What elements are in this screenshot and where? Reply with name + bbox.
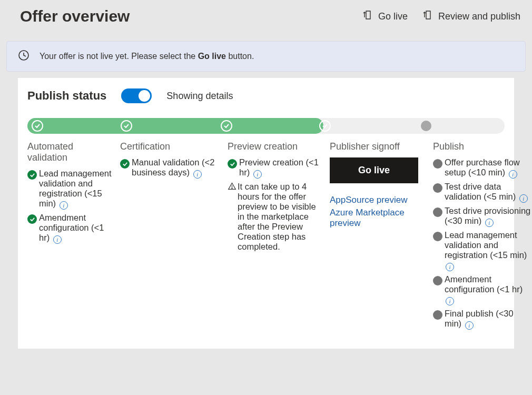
stage-marker-5 — [421, 121, 431, 131]
notice-after: button. — [226, 52, 254, 61]
notice-before: Your offer is not live yet. Please selec… — [40, 52, 198, 61]
info-icon[interactable]: i — [60, 201, 68, 210]
publish-icon — [422, 10, 433, 23]
stage-step: Lead management validation and registrat… — [433, 230, 531, 271]
progress-fill — [27, 118, 323, 134]
status-title: Publish status — [27, 89, 106, 103]
pending-dot-icon — [433, 208, 442, 217]
stage-marker-2 — [121, 120, 132, 132]
step-label: Amendment configuration (<1 hr) — [445, 274, 523, 294]
stage-step: Lead management validation and registrat… — [27, 169, 112, 210]
stage-publish: Publish Offer purchase flow setup (<10 m… — [433, 141, 531, 333]
details-toggle[interactable] — [121, 88, 152, 103]
check-icon — [121, 120, 132, 132]
header-actions: Go live Review and publish — [362, 10, 520, 23]
info-icon[interactable]: i — [485, 219, 494, 227]
info-icon[interactable]: i — [519, 194, 528, 203]
step-label: Test drive data validation (<5 min) — [445, 182, 516, 201]
toggle-label: Showing details — [166, 91, 233, 102]
step-label: Final publish (<30 min) — [445, 309, 514, 328]
stage-publisher-signoff: Publisher signoff Go live AppSource prev… — [330, 141, 425, 231]
preview-warning: It can take up to 4 hours for the offer … — [228, 182, 321, 252]
stage-step: Preview creation (<1 hr) i — [228, 157, 321, 179]
publish-status-card: Publish status Showing details Automated… — [18, 78, 514, 349]
stages: Automated validation Lead management val… — [27, 141, 505, 333]
pending-dot-icon — [421, 121, 431, 131]
page-header: Offer overview Go live Review and publis — [0, 0, 532, 41]
pending-dot-icon — [433, 183, 442, 193]
notice-bar: Your offer is not live yet. Please selec… — [6, 41, 526, 72]
stage-step: Offer purchase flow setup (<10 min) i — [433, 157, 531, 179]
go-live-header-label: Go live — [378, 11, 408, 22]
appsource-preview-link[interactable]: AppSource preview — [330, 195, 425, 205]
notice-bold: Go live — [198, 52, 226, 61]
warning-icon — [228, 182, 237, 252]
stage-certification: Certification Manual validation (<2 busi… — [120, 141, 219, 182]
stage-step: Manual validation (<2 business days) i — [120, 157, 219, 179]
azure-marketplace-preview-link[interactable]: Azure Marketplace preview — [330, 208, 425, 229]
page-title: Offer overview — [20, 7, 130, 25]
stage-marker-1 — [32, 120, 43, 132]
stage-step: Test drive data validation (<5 min) i — [433, 182, 531, 203]
step-label: Manual validation (<2 business days) — [132, 157, 214, 177]
pending-dot-icon — [433, 310, 442, 320]
stage-name: Publisher signoff — [330, 141, 425, 152]
info-icon[interactable]: i — [53, 235, 62, 244]
step-label: Lead management validation and registrat… — [39, 169, 112, 208]
check-icon — [120, 159, 130, 169]
stage-marker-4 — [319, 120, 331, 132]
stage-name: Publish — [433, 141, 531, 152]
stage-preview-creation: Preview creation Preview creation (<1 hr… — [228, 141, 321, 252]
step-label: Preview creation (<1 hr) — [239, 157, 319, 177]
info-icon[interactable]: i — [253, 170, 262, 179]
stage-step: Test drive provisioning (<30 min) i — [433, 206, 531, 227]
info-icon[interactable]: i — [193, 170, 202, 179]
stage-step: Final publish (<30 min) i — [433, 309, 531, 330]
toggle-thumb — [139, 90, 150, 102]
check-icon — [319, 120, 331, 132]
status-header: Publish status Showing details — [27, 88, 505, 103]
publish-icon — [362, 10, 373, 23]
info-icon[interactable]: i — [446, 297, 454, 305]
stage-marker-3 — [221, 120, 232, 132]
warning-text: It can take up to 4 hours for the offer … — [238, 182, 321, 252]
check-icon — [27, 214, 37, 224]
stage-name: Preview creation — [228, 141, 321, 152]
pending-dot-icon — [433, 232, 442, 241]
go-live-header-action[interactable]: Go live — [362, 10, 408, 23]
clock-icon — [17, 49, 30, 64]
review-publish-action[interactable]: Review and publish — [422, 10, 520, 23]
check-icon — [228, 159, 237, 169]
stage-name: Certification — [120, 141, 219, 152]
stage-name: Automated validation — [27, 141, 112, 163]
progress-track — [27, 118, 505, 134]
step-label: Lead management validation and registrat… — [445, 230, 527, 260]
info-icon[interactable]: i — [446, 263, 454, 271]
notice-text: Your offer is not live yet. Please selec… — [40, 52, 254, 61]
stage-step: Amendment configuration (<1 hr) i — [27, 213, 112, 244]
info-icon[interactable]: i — [465, 321, 474, 330]
check-icon — [32, 120, 43, 132]
pending-dot-icon — [433, 276, 442, 285]
go-live-button[interactable]: Go live — [330, 157, 418, 183]
pending-dot-icon — [433, 159, 442, 169]
review-publish-label: Review and publish — [438, 11, 520, 22]
svg-point-2 — [232, 188, 232, 189]
check-icon — [221, 120, 232, 132]
stage-step: Amendment configuration (<1 hr) i — [433, 274, 531, 305]
stage-automated-validation: Automated validation Lead management val… — [27, 141, 112, 247]
step-label: Amendment configuration (<1 hr) — [39, 213, 104, 242]
info-icon[interactable]: i — [509, 170, 517, 179]
check-icon — [27, 170, 37, 180]
